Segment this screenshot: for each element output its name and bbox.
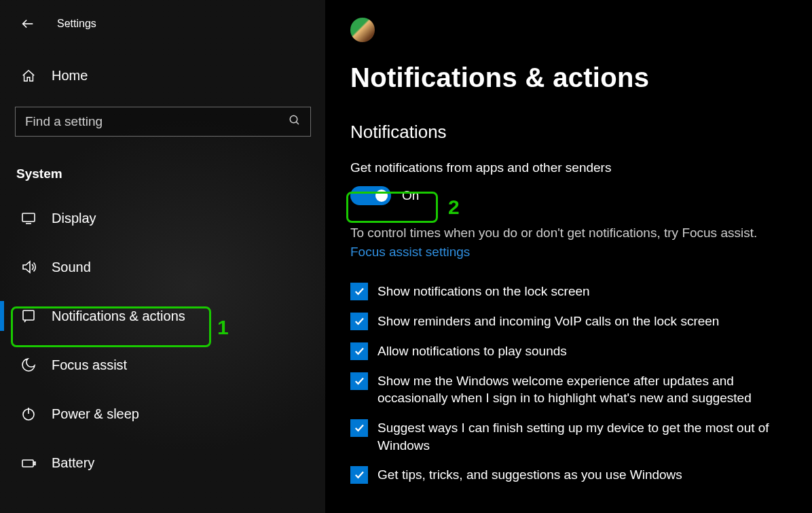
home-icon [20,69,37,84]
check-row: Show me the Windows welcome experience a… [350,372,798,407]
check-label: Show notifications on the lock screen [377,283,590,300]
svg-rect-4 [22,460,33,467]
search-box[interactable] [15,107,311,137]
app-title: Settings [57,18,96,30]
sidebar-item-notifications[interactable]: Notifications & actions [0,291,326,340]
check-label: Show reminders and incoming VoIP calls o… [377,313,719,330]
focus-assist-link[interactable]: Focus assist settings [350,245,470,260]
checkbox-lock-screen[interactable] [350,283,368,300]
notifications-toggle[interactable] [350,186,391,205]
get-notifications-label: Get notifications from apps and other se… [350,160,798,175]
moon-icon [20,357,37,373]
back-button[interactable] [18,14,38,34]
power-icon [20,406,37,422]
svg-point-0 [290,116,297,123]
section-label: System [0,146,326,194]
checkbox-reminders-voip[interactable] [350,313,368,330]
sidebar-item-battery[interactable]: Battery [0,438,326,487]
check-row: Show notifications on the lock screen [350,283,798,300]
toggle-state-label: On [402,188,419,203]
sidebar-item-label: Sound [52,260,91,275]
checkbox-sounds[interactable] [350,342,368,360]
svg-rect-1 [22,213,35,222]
sidebar-item-label: Battery [52,455,94,471]
battery-icon [20,455,37,471]
sidebar-item-sound[interactable]: Sound [0,243,326,291]
search-input[interactable] [25,114,289,129]
check-label: Get tips, tricks, and suggestions as you… [377,466,682,484]
sidebar-item-focus-assist[interactable]: Focus assist [0,340,326,389]
user-avatar [350,18,375,42]
notifications-icon [20,308,37,324]
check-row: Show reminders and incoming VoIP calls o… [350,313,798,330]
section-title: Notifications [350,122,798,143]
check-row: Suggest ways I can finish setting up my … [350,419,798,454]
check-label: Show me the Windows welcome experience a… [377,372,798,407]
home-nav[interactable]: Home [0,41,326,97]
search-icon [289,114,301,129]
checkbox-tips-tricks[interactable] [350,466,368,484]
toggle-knob [375,190,388,202]
svg-rect-5 [34,462,35,465]
sound-icon [20,259,37,275]
sidebar-item-power-sleep[interactable]: Power & sleep [0,389,326,438]
sidebar-item-label: Focus assist [52,357,127,373]
checkbox-welcome-experience[interactable] [350,372,368,390]
check-row: Get tips, tricks, and suggestions as you… [350,466,798,484]
check-label: Suggest ways I can finish setting up my … [377,419,798,454]
sidebar-item-label: Display [52,211,96,226]
sidebar-item-label: Power & sleep [52,406,139,422]
check-label: Allow notifications to play sounds [377,342,567,360]
focus-assist-hint: To control times when you do or don't ge… [350,224,798,242]
sidebar-item-display[interactable]: Display [0,194,326,243]
checkbox-suggest-setup[interactable] [350,419,368,437]
home-label: Home [52,68,88,84]
back-arrow-icon [20,16,35,31]
page-title: Notifications & actions [350,63,798,93]
display-icon [20,210,37,226]
svg-rect-2 [23,311,34,320]
check-row: Allow notifications to play sounds [350,342,798,360]
sidebar-item-label: Notifications & actions [52,308,185,324]
